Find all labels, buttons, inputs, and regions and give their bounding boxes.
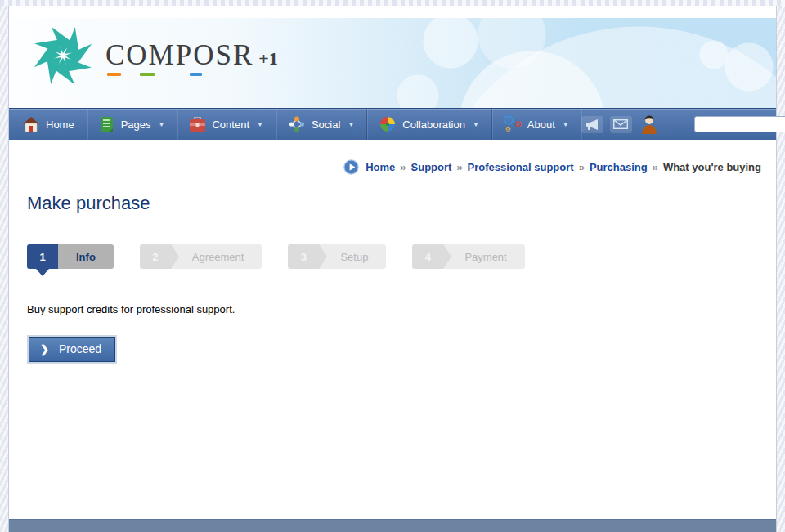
about-gears-icon: ⚙ ⚙ ⚙ — [505, 116, 521, 132]
chevron-down-icon: ▼ — [473, 121, 479, 128]
purchase-description: Buy support credits for professional sup… — [9, 269, 776, 315]
main-nav: Home Pages ▼ Content ▼ — [9, 108, 776, 140]
logo-text: COMPOSR — [105, 39, 253, 71]
nav-item-label: Collaboration — [402, 118, 465, 131]
chevron-down-icon: ▼ — [348, 121, 354, 128]
proceed-chevron-icon: ❯ — [40, 343, 49, 355]
step-agreement: 2 Agreement — [140, 244, 262, 269]
nav-item-home[interactable]: Home — [11, 109, 87, 140]
breadcrumb-separator: » — [653, 161, 658, 173]
search-area: Search — [694, 115, 785, 133]
nav-item-label: Content — [212, 118, 249, 131]
nav-item-pages[interactable]: Pages ▼ — [87, 109, 178, 140]
site-logo[interactable]: COMPOSR+1 — [32, 25, 278, 87]
breadcrumb-link-purchasing[interactable]: Purchasing — [590, 161, 648, 173]
page-container: COMPOSR+1 Home Pages — [8, 6, 777, 532]
step-setup: 3 Setup — [288, 244, 386, 269]
page-title: Make purchase — [9, 175, 776, 221]
logo-underline-green — [140, 73, 155, 76]
top-dashed-strip — [0, 0, 785, 6]
logo-underline-blue — [190, 73, 202, 76]
main-content: Home » Support » Professional support » … — [9, 140, 776, 519]
step-info: 1 Info — [27, 244, 114, 269]
wizard-steps: 1 Info 2 Agreement 3 Setup 4 Payment — [9, 221, 776, 269]
step-label: Agreement — [171, 244, 262, 269]
step-payment: 4 Payment — [412, 244, 524, 269]
nav-item-collaboration[interactable]: Collaboration ▼ — [367, 109, 492, 140]
search-input[interactable] — [694, 116, 785, 132]
proceed-button-label: Proceed — [59, 342, 101, 355]
step-number: 4 — [412, 244, 443, 269]
breadcrumb-link-professional-support[interactable]: Professional support — [468, 161, 574, 173]
step-label: Info — [58, 244, 114, 269]
chevron-down-icon: ▼ — [257, 121, 263, 128]
page-top-gap — [9, 6, 776, 18]
breadcrumb-separator: » — [579, 161, 585, 173]
nav-item-label: Home — [46, 118, 74, 131]
pinwheel-logo-icon — [32, 25, 94, 87]
step-label: Payment — [443, 244, 524, 269]
megaphone-icon — [585, 119, 599, 130]
breadcrumb-go-icon — [343, 159, 359, 175]
nav-item-label: Social — [312, 118, 340, 131]
user-account-button[interactable] — [639, 114, 660, 135]
breadcrumb-separator: » — [400, 161, 406, 173]
pages-icon — [100, 117, 114, 132]
logo-underline-orange — [107, 73, 121, 76]
social-icon — [289, 116, 305, 132]
proceed-button-frame: ❯ Proceed — [27, 335, 117, 364]
breadcrumb-current: What you're buying — [663, 161, 761, 173]
breadcrumb-link-support[interactable]: Support — [411, 161, 452, 173]
breadcrumb-link-home[interactable]: Home — [366, 161, 395, 173]
nav-item-about[interactable]: ⚙ ⚙ ⚙ About ▼ — [492, 109, 581, 140]
nav-item-label: Pages — [121, 118, 151, 131]
step-number: 3 — [288, 244, 319, 269]
announcements-button[interactable] — [581, 116, 603, 133]
nav-item-content[interactable]: Content ▼ — [177, 109, 276, 140]
nav-item-label: About — [527, 118, 555, 131]
breadcrumb: Home » Support » Professional support » … — [9, 140, 776, 175]
chevron-down-icon: ▼ — [159, 121, 165, 128]
step-number: 1 — [27, 244, 58, 269]
envelope-icon — [613, 119, 628, 129]
chevron-down-icon: ▼ — [563, 121, 569, 128]
breadcrumb-separator: » — [456, 161, 462, 173]
site-header: COMPOSR+1 — [9, 18, 776, 108]
logo-suffix: +1 — [258, 48, 278, 69]
proceed-button[interactable]: ❯ Proceed — [29, 337, 115, 362]
avatar-icon — [639, 114, 659, 134]
nav-right-cluster: Search — [581, 109, 785, 140]
messages-button[interactable] — [610, 116, 632, 133]
content-icon — [190, 117, 205, 132]
nav-item-social[interactable]: Social ▼ — [276, 109, 367, 140]
footer-bar — [9, 519, 776, 532]
step-label: Setup — [319, 244, 386, 269]
home-icon — [23, 117, 39, 132]
step-number: 2 — [140, 244, 171, 269]
logo-text-wrap: COMPOSR+1 — [105, 39, 278, 72]
collaboration-icon — [379, 116, 396, 132]
